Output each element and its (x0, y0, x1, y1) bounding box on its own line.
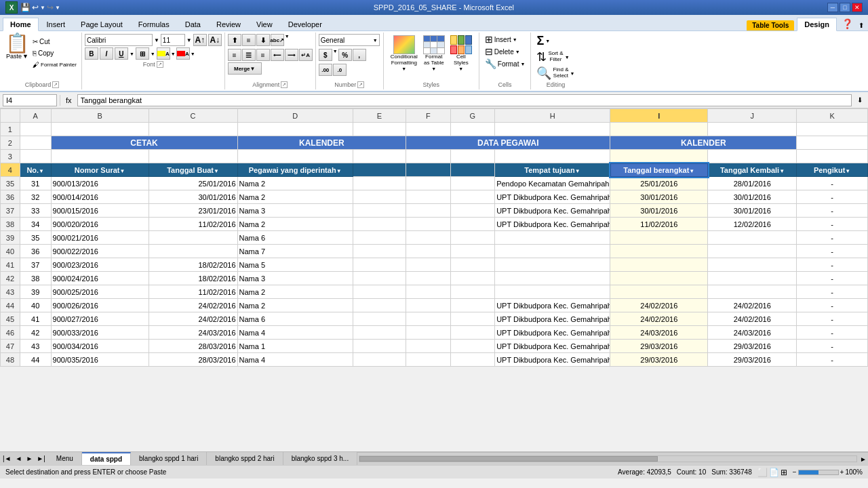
tab-formulas[interactable]: Formulas (131, 18, 177, 30)
wrap-text-btn[interactable]: ↵A (299, 49, 313, 61)
col-header-h[interactable]: H (495, 109, 610, 123)
cell-b3[interactable] (51, 150, 149, 163)
cell-k1[interactable] (797, 123, 868, 136)
increase-font-btn[interactable]: A↑ (193, 34, 207, 46)
cell-d4[interactable]: Pegawai yang diperintah▼ (237, 163, 353, 177)
cell-b41[interactable]: 900/023/2016 (51, 258, 149, 272)
cell-styles-button[interactable]: CellStyles ▼ (449, 34, 473, 73)
delete-dropdown[interactable]: ▼ (515, 49, 520, 54)
sheet-tab-blangko-2[interactable]: blangko sppd 2 hari (207, 452, 283, 465)
font-size-dropdown[interactable]: ▼ (186, 37, 192, 43)
cell-f47[interactable] (406, 340, 450, 353)
undo-icon[interactable]: ↩ (32, 3, 39, 12)
zoom-slider[interactable] (798, 470, 839, 475)
sheet-tab-blangko-1[interactable]: blangko sppd 1 hari (131, 452, 207, 465)
cell-g45[interactable] (450, 312, 494, 326)
cell-i36[interactable]: 30/01/2016 (610, 190, 708, 204)
col-header-g[interactable]: G (450, 109, 494, 123)
redo-icon[interactable]: ↪ (47, 3, 54, 12)
decrease-indent-btn[interactable]: ⟵ (271, 49, 284, 61)
cell-a44[interactable]: 40 (20, 299, 51, 312)
cell-a1[interactable] (20, 123, 51, 136)
cell-d39[interactable]: Nama 6 (237, 231, 353, 245)
cell-b46[interactable]: 900/033/2016 (51, 326, 149, 340)
cell-f37[interactable] (406, 204, 450, 218)
font-name-dropdown[interactable]: ▼ (154, 37, 159, 43)
cell-j36[interactable]: 30/01/2016 (708, 190, 797, 204)
cell-b45[interactable]: 900/027/2016 (51, 312, 149, 326)
merge-center-btn[interactable]: Merge▼ (228, 62, 262, 75)
cell-i41[interactable] (610, 258, 708, 272)
sort-dropdown[interactable]: ▼ (565, 55, 570, 60)
format-table-dropdown[interactable]: ▼ (431, 66, 436, 71)
cell-c43[interactable]: 11/02/2016 (149, 285, 237, 299)
cell-h41[interactable] (495, 258, 610, 272)
cell-e35[interactable] (353, 177, 406, 190)
cell-b39[interactable]: 900/021/2016 (51, 231, 149, 245)
font-color-dropdown[interactable]: ▼ (191, 52, 195, 56)
cell-d44[interactable]: Nama 2 (237, 299, 353, 312)
cell-d48[interactable]: Nama 4 (237, 353, 353, 367)
cell-k38[interactable]: - (797, 218, 868, 231)
paste-dropdown[interactable]: ▼ (22, 53, 28, 60)
col-header-c[interactable]: C (149, 109, 237, 123)
col-header-j[interactable]: J (708, 109, 797, 123)
cell-k41[interactable]: - (797, 258, 868, 272)
cell-k42[interactable]: - (797, 272, 868, 285)
tab-view[interactable]: View (249, 18, 280, 30)
cell-h36[interactable]: UPT Dikbudpora Kec. Gemahripah (495, 190, 610, 204)
cell-j48[interactable]: 29/03/2016 (708, 353, 797, 367)
decrease-font-btn[interactable]: A↓ (208, 34, 222, 46)
function-wizard-btn[interactable]: fx (63, 96, 75, 105)
middle-align-btn[interactable]: ≡ (242, 34, 256, 46)
fill-color-dropdown[interactable]: ▼ (171, 52, 176, 56)
cell-h45[interactable]: UPT Dikbudpora Kec. Gemahripah (495, 312, 610, 326)
cell-e4[interactable] (353, 163, 406, 177)
cell-c36[interactable]: 30/01/2016 (149, 190, 237, 204)
cell-a48[interactable]: 44 (20, 353, 51, 367)
cell-e47[interactable] (353, 340, 406, 353)
cell-b1[interactable] (51, 123, 149, 136)
number-format-dropdown[interactable]: ▼ (373, 38, 378, 43)
cell-f41[interactable] (406, 258, 450, 272)
cell-b40[interactable]: 900/022/2016 (51, 245, 149, 258)
cell-i48[interactable]: 29/03/2016 (610, 353, 708, 367)
cell-f45[interactable] (406, 312, 450, 326)
help-icon[interactable]: ❓ (840, 17, 854, 30)
cell-c45[interactable]: 24/02/2016 (149, 312, 237, 326)
page-layout-view-btn[interactable]: 📄 (769, 468, 779, 477)
undo-dropdown[interactable]: ▼ (40, 5, 45, 11)
cell-h37[interactable]: UPT Dikbudpora Kec. Gemahripah (495, 204, 610, 218)
cell-g46[interactable] (450, 326, 494, 340)
cell-b43[interactable]: 900/025/2016 (51, 285, 149, 299)
cell-a40[interactable]: 36 (20, 245, 51, 258)
orientation-dropdown[interactable]: ▼ (285, 34, 290, 46)
copy-button[interactable]: ⎘ Copy (31, 48, 79, 58)
cell-e40[interactable] (353, 245, 406, 258)
cell-c2-kalender[interactable]: KALENDER (237, 136, 406, 150)
cell-i42[interactable] (610, 272, 708, 285)
cell-f36[interactable] (406, 190, 450, 204)
cell-e39[interactable] (353, 231, 406, 245)
clipboard-expand-icon[interactable]: ↗ (52, 81, 59, 88)
zoom-in-btn[interactable]: + (840, 468, 844, 476)
find-dropdown[interactable]: ▼ (570, 71, 575, 76)
cell-d35[interactable]: Nama 2 (237, 177, 353, 190)
cell-d45[interactable]: Nama 6 (237, 312, 353, 326)
cell-f48[interactable] (406, 353, 450, 367)
cell-d46[interactable]: Nama 4 (237, 326, 353, 340)
cell-k48[interactable]: - (797, 353, 868, 367)
cell-f42[interactable] (406, 272, 450, 285)
cell-b2-cetak[interactable]: CETAK (51, 136, 237, 150)
format-cells-button[interactable]: 🔧 Format ▼ (485, 58, 526, 69)
expand-ribbon-icon[interactable]: ⬆ (857, 20, 865, 30)
cell-a2[interactable] (20, 136, 51, 150)
cell-h48[interactable]: UPT Dikbudpora Kec. Gemahripah (495, 353, 610, 367)
sheet-tab-blangko-3[interactable]: blangko sppd 3 h... (283, 452, 358, 465)
normal-view-btn[interactable]: ⬜ (757, 468, 768, 477)
cell-styles-dropdown[interactable]: ▼ (458, 66, 463, 71)
cell-k37[interactable]: - (797, 204, 868, 218)
cell-i44[interactable]: 24/02/2016 (610, 299, 708, 312)
cell-c47[interactable]: 28/03/2016 (149, 340, 237, 353)
tab-insert[interactable]: Insert (39, 18, 73, 30)
